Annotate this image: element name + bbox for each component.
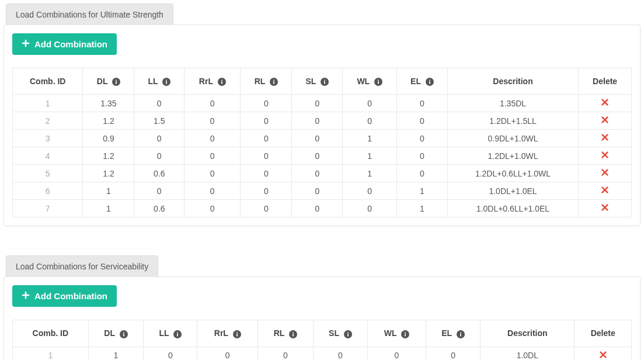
cell-wl[interactable]: 0 <box>343 182 397 200</box>
info-icon[interactable] <box>321 78 329 86</box>
cell-el[interactable]: 0 <box>426 347 480 360</box>
add-combination-button[interactable]: Add Combination <box>12 285 117 307</box>
cell-rl[interactable]: 0 <box>241 200 292 217</box>
cell-dl[interactable]: 1.2 <box>83 112 134 130</box>
cell-delete <box>575 347 632 360</box>
cell-ll[interactable]: 0 <box>134 147 185 165</box>
cell-rl[interactable]: 0 <box>241 130 292 147</box>
info-icon[interactable] <box>457 330 465 338</box>
cell-dl[interactable]: 1 <box>83 200 134 217</box>
cell-el[interactable]: 0 <box>396 165 447 182</box>
cell-sl[interactable]: 0 <box>292 147 343 165</box>
delete-icon[interactable] <box>601 99 609 108</box>
cell-sl[interactable]: 0 <box>292 130 343 147</box>
delete-icon[interactable] <box>601 204 609 213</box>
cell-sl[interactable]: 0 <box>292 112 343 130</box>
info-icon[interactable] <box>344 330 352 338</box>
tab-header[interactable]: Load Combinations for Ultimate Strength <box>6 4 173 25</box>
info-icon[interactable] <box>374 78 382 86</box>
cell-rl[interactable]: 0 <box>241 95 292 112</box>
info-icon[interactable] <box>233 330 241 338</box>
cell-rrl[interactable]: 0 <box>185 130 241 147</box>
delete-icon[interactable] <box>601 169 609 178</box>
cell-wl[interactable]: 0 <box>343 200 397 217</box>
cell-el[interactable]: 0 <box>396 130 447 147</box>
delete-icon[interactable] <box>599 351 607 360</box>
cell-comb-id: 1 <box>13 347 89 360</box>
cell-rl[interactable]: 0 <box>241 165 292 182</box>
cell-ll[interactable]: 0.6 <box>134 200 185 217</box>
delete-icon[interactable] <box>601 186 609 196</box>
info-icon[interactable] <box>289 330 297 338</box>
info-icon[interactable] <box>218 78 226 86</box>
cell-rl[interactable]: 0 <box>258 347 314 360</box>
add-button-label: Add Combination <box>34 39 107 49</box>
cell-delete <box>579 147 632 165</box>
cell-sl[interactable]: 0 <box>292 95 343 112</box>
cell-dl[interactable]: 1 <box>88 347 144 360</box>
info-icon[interactable] <box>120 330 128 338</box>
cell-el[interactable]: 1 <box>396 182 447 200</box>
tab-header[interactable]: Load Combinations for Serviceability <box>6 255 158 277</box>
info-icon[interactable] <box>173 330 182 338</box>
cell-sl[interactable]: 0 <box>313 347 367 360</box>
cell-wl[interactable]: 0 <box>368 347 426 360</box>
info-icon[interactable] <box>426 78 434 86</box>
column-header-label: LL <box>159 328 169 338</box>
cell-dl[interactable]: 1 <box>83 182 134 200</box>
cell-description: 0.9DL+1.0WL <box>447 130 579 147</box>
delete-icon[interactable] <box>601 134 609 143</box>
delete-icon[interactable] <box>601 151 609 161</box>
cell-el[interactable]: 0 <box>396 147 447 165</box>
cell-dl[interactable]: 0.9 <box>83 130 134 147</box>
cell-ll[interactable]: 0 <box>144 347 197 360</box>
cell-rrl[interactable]: 0 <box>185 147 241 165</box>
svg-rect-12 <box>273 81 274 84</box>
cell-description: 1.0DL+0.6LL+1.0EL <box>447 200 579 217</box>
cell-rrl[interactable]: 0 <box>185 95 241 112</box>
cell-rrl[interactable]: 0 <box>185 182 241 200</box>
cell-el[interactable]: 0 <box>396 112 447 130</box>
delete-icon[interactable] <box>601 116 609 126</box>
cell-rrl[interactable]: 0 <box>197 347 258 360</box>
cell-wl[interactable]: 0 <box>343 95 397 112</box>
column-header-label: RL <box>274 328 284 338</box>
cell-ll[interactable]: 0 <box>134 182 185 200</box>
cell-el[interactable]: 0 <box>396 95 447 112</box>
cell-dl[interactable]: 1.35 <box>83 95 134 112</box>
cell-rl[interactable]: 0 <box>241 182 292 200</box>
cell-dl[interactable]: 1.2 <box>83 147 134 165</box>
column-header-label: Descrition <box>507 328 547 338</box>
cell-ll[interactable]: 1.5 <box>134 112 185 130</box>
cell-sl[interactable]: 0 <box>292 200 343 217</box>
svg-rect-10 <box>221 80 222 81</box>
cell-delete <box>579 182 632 200</box>
cell-dl[interactable]: 1.2 <box>83 165 134 182</box>
column-header: Comb. ID <box>13 320 89 347</box>
cell-ll[interactable]: 0 <box>134 95 185 112</box>
add-combination-button[interactable]: Add Combination <box>12 33 117 55</box>
cell-rl[interactable]: 0 <box>241 112 292 130</box>
cell-wl[interactable]: 1 <box>343 147 397 165</box>
cell-ll[interactable]: 0.6 <box>134 165 185 182</box>
cell-wl[interactable]: 0 <box>343 112 397 130</box>
cell-sl[interactable]: 0 <box>292 165 343 182</box>
cell-rrl[interactable]: 0 <box>185 165 241 182</box>
cell-rrl[interactable]: 0 <box>185 200 241 217</box>
svg-rect-16 <box>324 80 325 81</box>
cell-el[interactable]: 1 <box>396 200 447 217</box>
cell-rrl[interactable]: 0 <box>185 112 241 130</box>
info-icon[interactable] <box>270 78 278 86</box>
cell-sl[interactable]: 0 <box>292 182 343 200</box>
cell-description: 1.0DL <box>481 347 575 360</box>
column-header: EL <box>396 68 447 95</box>
info-icon[interactable] <box>401 330 409 338</box>
cell-ll[interactable]: 0 <box>134 130 185 147</box>
table-header-row: Comb. ID DL LL RrL RL SL WL EL Descritio… <box>13 320 632 347</box>
cell-rl[interactable]: 0 <box>241 147 292 165</box>
cell-wl[interactable]: 1 <box>343 130 397 147</box>
info-icon[interactable] <box>162 78 170 86</box>
info-icon[interactable] <box>112 78 120 86</box>
cell-wl[interactable]: 1 <box>343 165 397 182</box>
cell-delete <box>579 130 632 147</box>
